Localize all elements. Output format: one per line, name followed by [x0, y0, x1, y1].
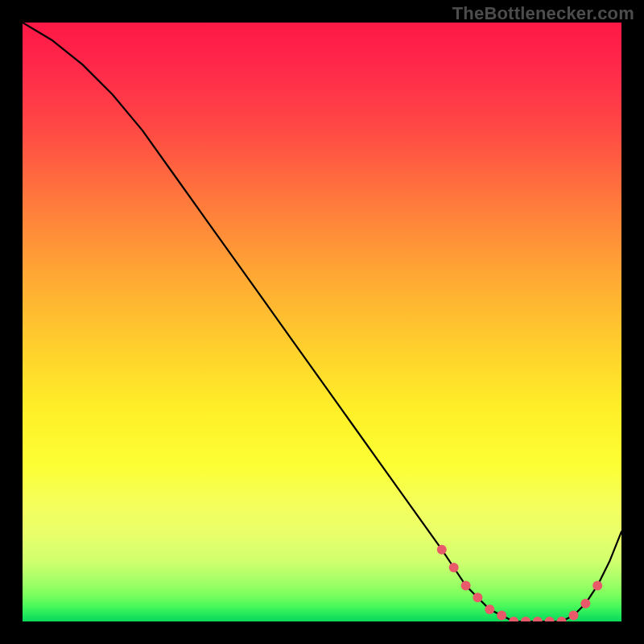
marker-group — [437, 545, 602, 621]
marker-dot — [569, 611, 579, 621]
marker-dot — [485, 605, 494, 614]
chart-frame: TheBottlenecker.com — [0, 0, 644, 644]
marker-dot — [437, 545, 447, 555]
marker-dot — [545, 617, 555, 621]
marker-dot — [557, 617, 567, 621]
marker-dot — [461, 580, 471, 590]
marker-dot — [533, 617, 543, 621]
marker-dot — [521, 617, 530, 621]
marker-dot — [580, 599, 590, 609]
plot-area — [23, 23, 621, 621]
bottleneck-curve-path — [23, 23, 621, 621]
marker-dot — [497, 611, 506, 621]
curve-svg — [23, 23, 621, 621]
marker-dot — [449, 563, 459, 572]
marker-dot — [509, 617, 518, 621]
marker-dot — [592, 580, 602, 590]
watermark-text: TheBottlenecker.com — [452, 3, 634, 24]
marker-dot — [473, 592, 482, 602]
